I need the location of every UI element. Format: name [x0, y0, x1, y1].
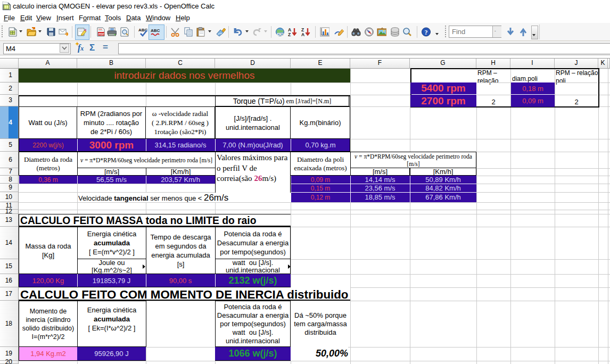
svg-text:?: ?	[425, 29, 428, 36]
svg-text:Z: Z	[288, 32, 291, 37]
svg-text:PDF: PDF	[98, 32, 105, 36]
svg-text:A: A	[301, 32, 304, 37]
svg-text:ABC: ABC	[151, 28, 160, 33]
